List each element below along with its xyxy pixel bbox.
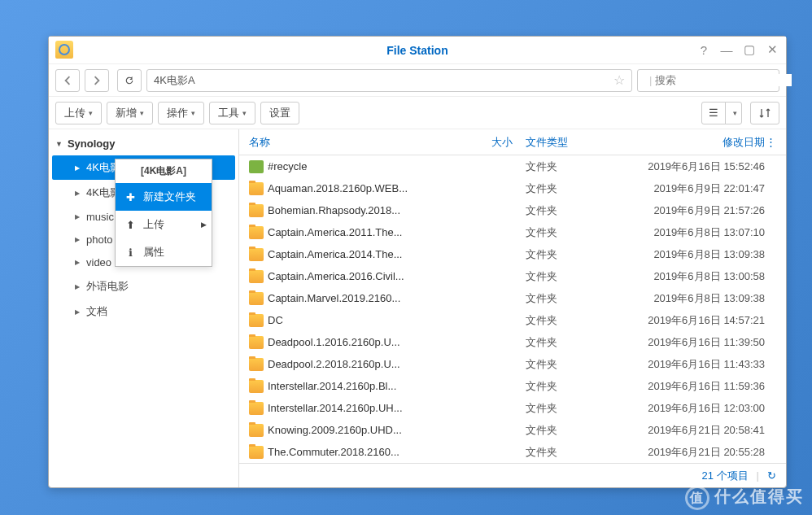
file-date: 2019年6月16日 11:59:36 [618,379,765,394]
sidebar-item[interactable]: ▶外语电影 [52,274,235,299]
file-row[interactable]: DC文件夹2019年6月16日 14:57:21 [239,309,786,331]
reload-icon[interactable]: ↻ [767,469,776,482]
file-type: 文件夹 [513,423,618,438]
expand-icon[interactable]: ▶ [75,164,80,172]
sidebar-item-label: 外语电影 [86,279,129,294]
upload-icon: ⬆ [124,219,137,231]
close-icon[interactable]: ✕ [762,40,783,59]
back-button[interactable] [55,69,80,92]
file-row[interactable]: Interstellar.2014.2160p.UH...文件夹2019年6月1… [239,397,786,419]
folder-icon [249,314,264,327]
window-title: File Station [386,44,447,57]
view-dropdown-button[interactable]: ▾ [725,102,742,124]
file-name: Aquaman.2018.2160p.WEB... [268,182,439,194]
file-type: 文件夹 [513,247,618,262]
file-row[interactable]: Knowing.2009.2160p.UHD...文件夹2019年6月21日 2… [239,419,786,441]
file-date: 2019年6月16日 14:57:21 [618,313,765,328]
file-name: Deadpool.2.2018.2160p.U... [268,358,439,370]
context-menu-item[interactable]: ✚新建文件夹 [116,183,212,211]
action-button[interactable]: 操作▾ [158,102,204,124]
folder-icon [249,182,264,195]
file-name: Captain.America.2014.The... [268,248,439,260]
context-menu-item[interactable]: ℹ属性 [116,238,212,266]
tree-root[interactable]: ▼Synology [49,133,238,155]
new-button[interactable]: 新增▾ [107,102,153,124]
context-menu-label: 属性 [143,245,164,260]
expand-icon[interactable]: ▶ [75,236,80,243]
sidebar-item[interactable]: ▶文档 [52,299,235,324]
file-type: 文件夹 [513,181,618,196]
forward-button[interactable] [85,69,109,92]
expand-icon[interactable]: ▶ [75,283,80,290]
sort-button[interactable] [750,102,779,124]
file-row[interactable]: The.Commuter.2018.2160...文件夹2019年6月21日 2… [239,441,786,463]
file-date: 2019年6月16日 11:43:33 [618,357,765,372]
minimize-icon[interactable]: — [716,40,737,59]
path-input[interactable]: 4K电影A ☆ [146,69,632,92]
file-name: Bohemian.Rhapsody.2018... [268,204,439,216]
file-date: 2019年6月16日 15:52:46 [618,159,765,174]
titlebar: File Station ? — ▢ ✕ [49,37,786,64]
file-row[interactable]: #recycle文件夹2019年6月16日 15:52:46 [239,155,786,177]
expand-icon[interactable]: ▶ [75,308,80,316]
col-date[interactable]: 修改日期 [618,135,765,150]
file-row[interactable]: Captain.Marvel.2019.2160...文件夹2019年6月8日 … [239,287,786,309]
search-box[interactable]: | [637,69,779,92]
file-type: 文件夹 [513,445,618,460]
sidebar-item-label: music [86,211,114,223]
file-type: 文件夹 [513,401,618,416]
file-name: Captain.America.2011.The... [268,226,439,238]
file-name: Deadpool.1.2016.2160p.U... [268,336,439,348]
file-date: 2019年6月8日 13:00:58 [618,269,765,284]
folder-icon [249,226,264,239]
file-row[interactable]: Captain.America.2016.Civil...文件夹2019年6月8… [239,265,786,287]
settings-button[interactable]: 设置 [260,102,299,124]
file-type: 文件夹 [513,203,618,218]
file-date: 2019年6月8日 13:09:38 [618,247,765,262]
favorite-icon[interactable]: ☆ [613,72,625,88]
plus-icon: ✚ [124,191,137,203]
upload-button[interactable]: 上传▾ [55,102,102,124]
file-name: Interstellar.2014.2160p.Bl... [268,380,439,392]
search-input[interactable] [655,74,792,86]
file-row[interactable]: Captain.America.2011.The...文件夹2019年6月8日 … [239,221,786,243]
tool-button[interactable]: 工具▾ [209,102,255,124]
watermark: 值什么值得买 [685,486,804,510]
col-type[interactable]: 文件类型 [513,135,618,150]
refresh-button[interactable] [117,69,142,92]
col-name[interactable]: 名称 [249,135,439,150]
expand-icon[interactable]: ▶ [75,259,80,266]
col-size[interactable]: 大小 [439,135,513,150]
file-type: 文件夹 [513,159,618,174]
file-date: 2019年6月9日 21:57:26 [618,203,765,218]
file-row[interactable]: Captain.America.2014.The...文件夹2019年6月8日 … [239,243,786,265]
file-row[interactable]: Interstellar.2014.2160p.Bl...文件夹2019年6月1… [239,375,786,397]
view-list-button[interactable]: ☰ [701,102,726,124]
folder-icon [249,336,264,349]
action-toolbar: 上传▾ 新增▾ 操作▾ 工具▾ 设置 ☰ ▾ [49,97,786,129]
file-name: The.Commuter.2018.2160... [268,446,439,458]
expand-icon[interactable]: ▶ [75,190,80,197]
file-type: 文件夹 [513,335,618,350]
file-row[interactable]: Aquaman.2018.2160p.WEB...文件夹2019年6月9日 22… [239,177,786,199]
file-row[interactable]: Bohemian.Rhapsody.2018...文件夹2019年6月9日 21… [239,199,786,221]
context-menu: [4K电影A] ✚新建文件夹⬆上传▶ℹ属性 [115,159,212,267]
file-list-panel: 名称 大小 文件类型 修改日期 ⋮ #recycle文件夹2019年6月16日 … [239,129,786,487]
maximize-icon[interactable]: ▢ [739,40,760,59]
app-icon [55,41,73,59]
file-row[interactable]: Deadpool.2.2018.2160p.U...文件夹2019年6月16日 … [239,353,786,375]
statusbar: 21 个项目 | ↻ [239,463,786,487]
help-icon[interactable]: ? [693,40,714,59]
file-date: 2019年6月16日 11:39:50 [618,335,765,350]
info-icon: ℹ [124,247,137,259]
context-menu-label: 新建文件夹 [143,190,196,204]
recycle-icon [249,160,264,173]
folder-icon [249,204,264,217]
file-name: Captain.America.2016.Civil... [268,270,439,282]
file-row[interactable]: Deadpool.1.2016.2160p.U...文件夹2019年6月16日 … [239,331,786,353]
sidebar-item-label: 文档 [86,304,107,319]
expand-icon[interactable]: ▶ [75,213,80,220]
context-menu-item[interactable]: ⬆上传▶ [116,211,212,238]
file-type: 文件夹 [513,379,618,394]
col-more-icon[interactable]: ⋮ [765,136,776,148]
